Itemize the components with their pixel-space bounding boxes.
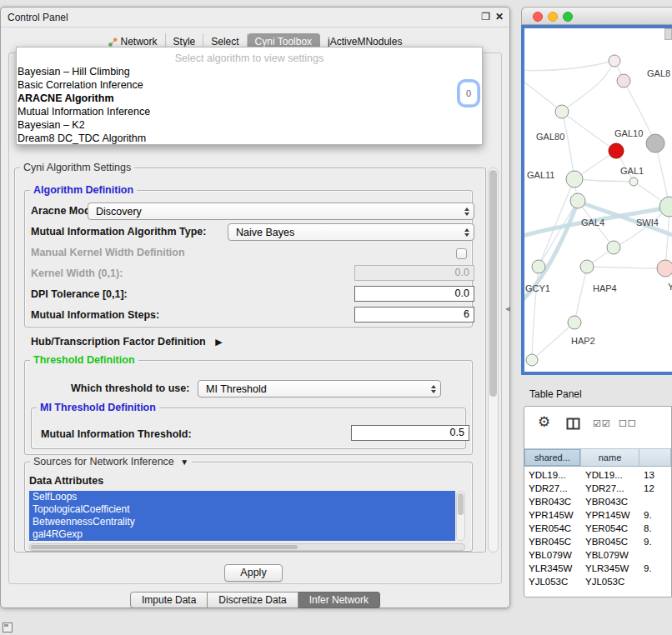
network-edge[interactable] xyxy=(532,322,574,360)
table-cell: 12 xyxy=(639,482,671,495)
mi-steps-label: Mutual Information Steps: xyxy=(31,309,159,321)
table-cell: YDL19... xyxy=(524,468,581,482)
algorithm-option-aracne-algorithm[interactable]: ARACNE Algorithm xyxy=(17,92,482,105)
table-row[interactable]: YPR145WYPR145W9. xyxy=(524,508,671,522)
table-row[interactable]: YBR045CYBR045C9. xyxy=(524,535,671,548)
network-node[interactable] xyxy=(646,134,664,152)
attribute-item-gal4rgexp[interactable]: gal4RGexp xyxy=(29,528,455,541)
mi-algorithm-type-value: Naive Bayes xyxy=(236,227,294,238)
network-scrollbar-fragment[interactable] xyxy=(664,28,672,40)
column-header-1[interactable]: name xyxy=(581,448,639,467)
panel-collapse-arrow-icon[interactable]: ◂ xyxy=(505,302,510,314)
network-edge[interactable] xyxy=(587,267,665,268)
network-node[interactable] xyxy=(657,260,672,277)
hub-transcription-factor-label: Hub/Transcription Factor Definition xyxy=(31,336,206,348)
table-row[interactable]: YLR345WYLR345W9. xyxy=(524,562,671,575)
network-edge[interactable] xyxy=(562,112,574,179)
expand-right-icon: ▶ xyxy=(215,337,222,347)
attributes-vertical-scrollbar[interactable] xyxy=(456,491,465,541)
table-cell: YBR043C xyxy=(524,495,581,508)
network-edge[interactable] xyxy=(524,78,562,112)
table-cell: YER054C xyxy=(524,522,581,535)
table-row[interactable]: YBR043CYBR043C xyxy=(524,495,671,508)
settings-scrollbar[interactable] xyxy=(488,168,499,552)
algorithm-option-basic-correlation-inference[interactable]: Basic Correlation Inference xyxy=(17,78,482,92)
network-node[interactable] xyxy=(570,193,585,208)
float-panel-icon[interactable]: ❐ xyxy=(481,11,490,22)
attribute-item-selfloops[interactable]: SelfLoops xyxy=(29,491,455,503)
network-node[interactable] xyxy=(555,105,569,118)
close-panel-icon[interactable]: ✕ xyxy=(495,11,504,22)
scrollbar-thumb[interactable] xyxy=(31,545,298,549)
hub-transcription-factor-toggle[interactable]: Hub/Transcription Factor Definition ▶ xyxy=(31,336,223,348)
column-header-0[interactable]: shared... xyxy=(524,448,581,467)
table-cell: 9. xyxy=(639,562,671,575)
scrollbar-thumb[interactable] xyxy=(489,170,497,397)
network-node[interactable] xyxy=(580,260,594,273)
combo-arrows-icon xyxy=(464,228,469,237)
algorithm-dropdown-placeholder: Select algorithm to view settings xyxy=(17,52,482,65)
mi-algorithm-type-select[interactable]: Naive Bayes xyxy=(228,223,474,241)
minimize-window-button[interactable] xyxy=(548,12,558,22)
sources-group-title[interactable]: Sources for Network Inference ▼ xyxy=(30,456,192,468)
network-window-titlebar[interactable] xyxy=(521,7,672,25)
network-edge[interactable] xyxy=(524,61,614,71)
network-edge[interactable] xyxy=(562,112,616,151)
zoom-window-button[interactable] xyxy=(563,12,573,22)
algorithm-option-mutual-information-inference[interactable]: Mutual Information Inference xyxy=(17,105,482,118)
algorithm-option-dream8-dc-tdc-algorithm[interactable]: Dream8 DC_TDC Algorithm xyxy=(17,132,482,145)
attributes-horizontal-scrollbar[interactable] xyxy=(29,543,465,551)
aracne-mode-select[interactable]: Discovery xyxy=(88,202,474,220)
network-edge[interactable] xyxy=(574,267,587,322)
mi-steps-field[interactable]: 6 xyxy=(354,307,474,322)
table-row[interactable]: YBL079WYBL079W xyxy=(524,548,671,562)
scrollbar-thumb[interactable] xyxy=(458,493,464,515)
column-settings-icon[interactable] xyxy=(566,418,580,433)
table-cell: 9. xyxy=(639,535,671,548)
manual-kernel-width-label: Manual Kernel Width Definition xyxy=(31,247,185,258)
minimized-window-icon[interactable] xyxy=(3,622,13,632)
sources-title-text: Sources for Network Inference xyxy=(33,456,174,468)
table-row[interactable]: YER054CYER054C8. xyxy=(524,522,671,535)
control-panel-titlebar[interactable]: Control Panel ❐ ✕ xyxy=(1,8,509,28)
bottom-tab-infer-network[interactable]: Infer Network xyxy=(298,592,380,608)
attribute-item-betweennesscentrality[interactable]: BetweennessCentrality xyxy=(29,516,455,528)
gear-icon[interactable]: ⚙ xyxy=(538,413,550,431)
network-node[interactable] xyxy=(629,178,638,186)
bottom-tab-discretize-data[interactable]: Discretize Data xyxy=(208,592,298,608)
manual-kernel-width-checkbox[interactable] xyxy=(456,248,467,259)
column-header-2[interactable] xyxy=(639,448,671,467)
network-node[interactable] xyxy=(566,171,583,188)
dpi-tolerance-field[interactable]: 0.0 xyxy=(354,286,474,302)
mi-threshold-field[interactable]: 0.5 xyxy=(351,425,469,441)
deselect-rows-icon[interactable]: ☐☐ xyxy=(619,418,637,429)
bottom-tab-impute-data[interactable]: Impute Data xyxy=(130,592,208,608)
focused-spinner-field[interactable]: 0 xyxy=(459,82,478,105)
network-edge[interactable] xyxy=(574,179,634,182)
network-node[interactable] xyxy=(617,74,630,88)
mi-algorithm-type-label: Mutual Information Algorithm Type: xyxy=(31,226,206,238)
network-edge[interactable] xyxy=(539,201,578,267)
apply-button[interactable]: Apply xyxy=(224,564,283,582)
algorithm-option-bayesian-k2[interactable]: Bayesian – K2 xyxy=(17,118,482,132)
network-node[interactable] xyxy=(607,241,620,254)
attribute-item-topologicalcoefficient[interactable]: TopologicalCoefficient xyxy=(29,503,455,516)
table-row[interactable]: YDL19...YDL19...13 xyxy=(524,468,671,482)
table-row[interactable]: YJL053CYJL053C xyxy=(524,575,671,588)
mi-threshold-label: Mutual Information Threshold: xyxy=(41,428,192,440)
table-row[interactable]: YDR27...YDR27...12 xyxy=(524,482,671,495)
network-node[interactable] xyxy=(609,55,620,67)
which-threshold-select[interactable]: MI Threshold xyxy=(198,380,441,398)
network-node[interactable] xyxy=(526,354,538,366)
network-node[interactable] xyxy=(532,260,545,273)
close-window-button[interactable] xyxy=(533,12,543,22)
network-node-label: GAL8 xyxy=(647,68,670,78)
select-rows-icon[interactable]: ☑☑ xyxy=(593,418,611,429)
table-cell: 8. xyxy=(639,522,671,535)
algorithm-definition-title: Algorithm Definition xyxy=(30,184,137,196)
network-node[interactable] xyxy=(609,143,624,158)
network-node[interactable] xyxy=(568,316,581,329)
algorithm-option-bayesian-hill-climbing[interactable]: Bayesian – Hill Climbing xyxy=(17,65,482,78)
data-attributes-list[interactable]: SelfLoopsTopologicalCoefficientBetweenne… xyxy=(29,491,455,541)
network-canvas[interactable]: GAL8GAL80GAL10GAL11GAL1SWI4GAL4GCY1HAP4H… xyxy=(521,25,672,375)
